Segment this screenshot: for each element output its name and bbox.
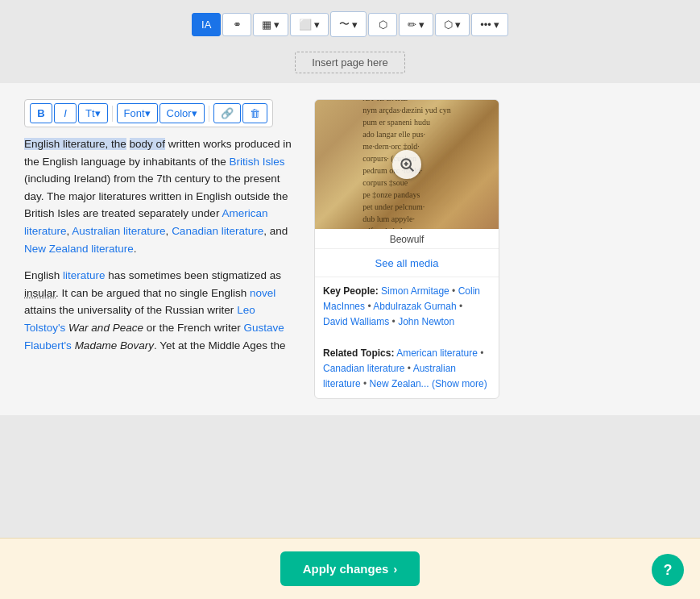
war-and-peace: War and Peace xyxy=(68,322,143,334)
american-lit-related-link[interactable]: American literature xyxy=(396,347,478,359)
newton-link[interactable]: John Newton xyxy=(398,316,454,327)
media-caption: Beowulf xyxy=(315,229,499,249)
draw-button[interactable]: 〜 ▾ xyxy=(330,11,367,37)
australian-lit-link[interactable]: Australian literature xyxy=(72,225,165,237)
literature-link[interactable]: literature xyxy=(63,269,106,281)
more-icon: ••• xyxy=(480,19,491,31)
walliams-link[interactable]: David Walliams xyxy=(323,316,389,327)
madame-bovary: Madame Bovary xyxy=(75,339,154,351)
apply-changes-label: Apply changes xyxy=(303,562,389,576)
bottom-bar: Apply changes › ? xyxy=(0,538,700,599)
separator1 xyxy=(112,106,113,122)
canadian-lit-related-link[interactable]: Canadian literature xyxy=(323,363,404,374)
key-people-section: Key People: Simon Armitage • Colin MacIn… xyxy=(323,284,491,331)
text-select-icon: IA xyxy=(201,19,211,31)
font-button[interactable]: Font▾ xyxy=(117,103,158,123)
article-paragraph-2: English literature has sometimes been st… xyxy=(24,267,298,354)
beowulf-image: ÆT IE BARD nym arçdas·dæzini yud cyn pum… xyxy=(315,100,499,229)
nz-lit-link[interactable]: New Zealand literature xyxy=(24,243,134,255)
related-topics-label: Related Topics: xyxy=(323,347,394,359)
media-image-container: ÆT IE BARD nym arçdas·dæzini yud cyn pum… xyxy=(315,100,499,229)
see-all-media: See all media xyxy=(315,249,499,277)
article-section: B I Tt▾ Font▾ Color▾ 🔗 🗑 English literat… xyxy=(24,99,298,399)
erase-button[interactable]: ⬡ xyxy=(368,13,397,36)
link-button[interactable]: ⚭ xyxy=(222,13,251,36)
text-size-button[interactable]: Tt▾ xyxy=(78,103,108,123)
canadian-lit-link[interactable]: Canadian literature xyxy=(172,225,263,237)
insular-word: insular xyxy=(24,287,56,299)
color-button[interactable]: Color▾ xyxy=(159,103,205,123)
link-format-button[interactable]: 🔗 xyxy=(213,103,241,123)
separator2 xyxy=(209,106,209,122)
help-icon: ? xyxy=(664,562,673,579)
image-button[interactable]: ⬜ ▾ xyxy=(290,13,329,36)
bold-button[interactable]: B xyxy=(30,103,52,123)
help-button[interactable]: ? xyxy=(652,554,684,586)
related-topics-section: Related Topics: American literature • Ca… xyxy=(323,346,491,393)
erase-icon: ⬡ xyxy=(379,19,387,31)
embed-arrow: ▾ xyxy=(274,19,280,31)
image-arrow: ▾ xyxy=(314,19,320,31)
more-arrow: ▾ xyxy=(494,19,499,31)
zoom-image-button[interactable] xyxy=(392,150,421,179)
key-people-label: Key People: xyxy=(323,285,379,297)
insert-page-bar: Insert page here xyxy=(0,45,700,83)
svg-line-1 xyxy=(410,168,414,172)
apply-changes-arrow-icon: › xyxy=(393,562,397,576)
draw-arrow: ▾ xyxy=(352,19,358,31)
shape-icon: ⬡ xyxy=(444,19,453,31)
embed-icon: ▦ xyxy=(262,19,271,31)
shape-arrow: ▾ xyxy=(455,19,461,31)
see-all-media-link[interactable]: See all media xyxy=(375,257,439,269)
media-panel: ÆT IE BARD nym arçdas·dæzini yud cyn pum… xyxy=(314,99,499,399)
apply-changes-button[interactable]: Apply changes › xyxy=(280,551,420,586)
simon-armitage-link[interactable]: Simon Armitage xyxy=(381,285,449,297)
article-paragraph-1: English literature, the body of written … xyxy=(24,135,298,257)
main-content: B I Tt▾ Font▾ Color▾ 🔗 🗑 English literat… xyxy=(0,83,700,415)
media-info: Key People: Simon Armitage • Colin MacIn… xyxy=(315,277,499,398)
selected-text-2: body of xyxy=(130,138,165,150)
link-icon: ⚭ xyxy=(233,19,242,31)
draw-icon: 〜 xyxy=(339,17,350,31)
highlight-icon: ✏ xyxy=(408,19,416,31)
shape-button[interactable]: ⬡ ▾ xyxy=(435,13,470,36)
text-select-button[interactable]: IA xyxy=(192,13,221,36)
italic-button[interactable]: I xyxy=(54,103,77,123)
embed-button[interactable]: ▦ ▾ xyxy=(253,13,288,36)
selected-text: English literature, the xyxy=(24,138,126,150)
format-toolbar: B I Tt▾ Font▾ Color▾ 🔗 🗑 xyxy=(24,99,273,127)
highlight-arrow: ▾ xyxy=(419,19,425,31)
novel-link[interactable]: novel xyxy=(250,287,275,299)
british-isles-link[interactable]: British Isles xyxy=(229,156,284,168)
highlight-button[interactable]: ✏ ▾ xyxy=(399,13,433,36)
delete-format-button[interactable]: 🗑 xyxy=(242,103,267,123)
image-icon: ⬜ xyxy=(299,19,312,31)
show-more-link[interactable]: (Show more) xyxy=(432,378,487,389)
top-toolbar: IA ⚭ ▦ ▾ ⬜ ▾ 〜 ▾ ⬡ ✏ ▾ ⬡ ▾ ••• ▾ xyxy=(0,0,700,45)
abdulrazak-link[interactable]: Abdulrazak Gurnah xyxy=(373,301,456,312)
more-button[interactable]: ••• ▾ xyxy=(471,13,508,36)
nz-lit-related-link[interactable]: New Zealan... xyxy=(370,378,429,389)
insert-page-button[interactable]: Insert page here xyxy=(295,52,405,73)
